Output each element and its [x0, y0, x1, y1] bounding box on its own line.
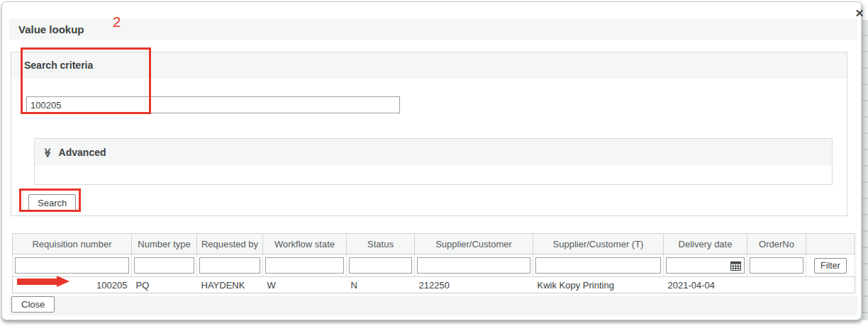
filter-delivery-date-input[interactable]: [667, 258, 727, 273]
value-lookup-dialog: ✕ Value lookup Search criteria ≫ Advance…: [1, 1, 862, 320]
cell-actions: [806, 277, 855, 293]
advanced-panel: ≫ Advanced: [34, 138, 833, 185]
filter-delivery-date-field: [666, 257, 745, 274]
filter-requested-by-input[interactable]: [199, 257, 260, 274]
cell-supplier-customer-t[interactable]: Kwik Kopy Printing: [533, 277, 664, 293]
filter-button[interactable]: Filter: [814, 258, 847, 274]
filter-orderno-input[interactable]: [750, 257, 803, 274]
search-panel: Search criteria ≫ Advanced Search: [11, 52, 847, 216]
cell-number-type[interactable]: PQ: [132, 277, 197, 293]
annotation-step-number: 2: [113, 14, 121, 30]
annotation-arrow-head-icon: [57, 276, 69, 287]
footer-strip: [9, 296, 857, 315]
filter-requisition-number-input[interactable]: [15, 257, 129, 274]
col-requisition-number[interactable]: Requisition number: [13, 234, 132, 254]
annotation-arrow-icon: [17, 279, 57, 285]
search-criteria-header: Search criteria: [11, 52, 847, 79]
filter-workflow-state-input[interactable]: [265, 257, 344, 274]
page: ✕ Value lookup Search criteria ≫ Advance…: [0, 0, 868, 326]
close-button[interactable]: Close: [11, 296, 55, 313]
dialog-titlebar: Value lookup: [9, 19, 857, 40]
search-input[interactable]: [26, 96, 400, 113]
cell-requested-by[interactable]: HAYDENK: [197, 277, 263, 293]
col-delivery-date[interactable]: Delivery date: [664, 234, 747, 254]
filter-supplier-customer-t-input[interactable]: [535, 257, 661, 274]
advanced-label: Advanced: [59, 147, 106, 158]
table-header-row: Requisition number Number type Requested…: [13, 234, 855, 254]
chevron-double-down-icon: ≫: [43, 147, 53, 157]
col-status[interactable]: Status: [347, 234, 415, 254]
col-requested-by[interactable]: Requested by: [197, 234, 263, 254]
calendar-icon[interactable]: [727, 258, 744, 273]
col-number-type[interactable]: Number type: [132, 234, 197, 254]
results-table: Requisition number Number type Requested…: [12, 233, 855, 293]
col-supplier-customer[interactable]: Supplier/Customer: [415, 234, 533, 254]
filter-status-input[interactable]: [349, 257, 412, 274]
filter-supplier-customer-input[interactable]: [417, 257, 530, 274]
cell-status[interactable]: N: [347, 277, 415, 293]
page-scrollbar[interactable]: [862, 20, 868, 320]
col-actions: [806, 234, 855, 254]
search-criteria-label: Search criteria: [11, 52, 847, 79]
dialog-title: Value lookup: [9, 19, 857, 40]
cell-supplier-customer[interactable]: 212250: [415, 277, 533, 293]
table-row[interactable]: 100205 PQ HAYDENK W N 212250 Kwik Kopy P…: [13, 277, 855, 293]
col-workflow-state[interactable]: Workflow state: [263, 234, 347, 254]
cell-delivery-date[interactable]: 2021-04-04: [664, 277, 747, 293]
cell-orderno[interactable]: [747, 277, 806, 293]
cell-workflow-state[interactable]: W: [263, 277, 347, 293]
search-button[interactable]: Search: [28, 194, 76, 211]
col-supplier-customer-t[interactable]: Supplier/Customer (T): [533, 234, 664, 254]
advanced-body: [35, 166, 832, 184]
advanced-toggle[interactable]: ≫ Advanced: [35, 139, 832, 166]
filter-number-type-input[interactable]: [134, 257, 194, 274]
table-filter-row: Filter: [13, 254, 855, 277]
col-orderno[interactable]: OrderNo: [747, 234, 806, 254]
